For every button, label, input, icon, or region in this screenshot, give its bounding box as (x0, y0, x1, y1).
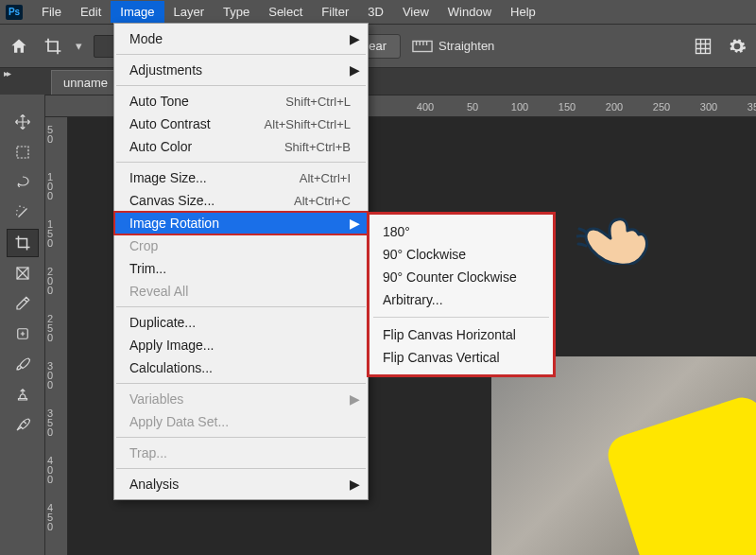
ruler-tick: 5 0 (47, 125, 53, 144)
submenu-item-flip-canvas-vertical[interactable]: Flip Canvas Vertical (369, 346, 553, 369)
crop-preset-icon[interactable] (42, 35, 64, 58)
ruler-tick: 350 (747, 101, 756, 113)
dropdown-chevron-icon[interactable]: ▾ (76, 39, 82, 53)
menu-type[interactable]: Type (214, 1, 259, 23)
menu-shortcut: Shift+Ctrl+B (284, 140, 351, 154)
menu-item-auto-contrast[interactable]: Auto ContrastAlt+Shift+Ctrl+L (114, 113, 368, 135)
menu-item-adjustments[interactable]: Adjustments▶ (114, 59, 368, 81)
menu-item-label: Calculations... (129, 360, 213, 375)
menu-separator (116, 162, 366, 163)
menu-select[interactable]: Select (259, 1, 312, 23)
menu-item-reveal-all: Reveal All (114, 280, 368, 303)
submenu-arrow-icon: ▶ (350, 391, 360, 407)
ruler-tick: 2 0 0 (47, 267, 53, 295)
menu-item-calculations[interactable]: Calculations... (114, 356, 368, 379)
menu-item-crop: Crop (114, 234, 368, 257)
menu-item-variables: Variables▶ (114, 388, 368, 410)
menu-filter[interactable]: Filter (312, 1, 358, 23)
toolbox (0, 95, 45, 555)
svg-rect-1 (696, 39, 711, 53)
submenu-item-90-clockwise[interactable]: 90° Clockwise (369, 243, 553, 266)
menu-help[interactable]: Help (501, 1, 545, 23)
menu-item-duplicate[interactable]: Duplicate... (114, 311, 368, 334)
menu-shortcut: Alt+Ctrl+I (300, 171, 351, 185)
menu-item-label: Auto Color (129, 139, 192, 154)
menu-item-label: Image Rotation (129, 216, 219, 231)
submenu-arrow-icon: ▶ (350, 216, 360, 231)
menu-item-label: Adjustments (129, 62, 202, 78)
menu-item-label: Analysis (129, 477, 179, 492)
menu-item-label: Trim... (129, 261, 166, 276)
menu-item-auto-color[interactable]: Auto ColorShift+Ctrl+B (114, 135, 368, 158)
brush-tool[interactable] (7, 350, 39, 378)
menu-view[interactable]: View (393, 1, 438, 23)
ruler-tick: 300 (700, 101, 717, 113)
menu-item-label: Reveal All (129, 284, 188, 299)
menu-item-apply-image[interactable]: Apply Image... (114, 334, 368, 356)
clone-stamp-tool[interactable] (7, 380, 39, 408)
image-rotation-submenu: 180°90° Clockwise90° Counter ClockwiseAr… (367, 212, 556, 377)
ruler-tick: 3 0 0 (47, 361, 53, 390)
menu-item-label: Variables (129, 391, 183, 407)
menu-window[interactable]: Window (438, 1, 501, 23)
submenu-item-90-counter-clockwise[interactable]: 90° Counter Clockwise (369, 266, 553, 288)
ruler-tick: 1 5 0 (47, 219, 53, 248)
ruler-tick: 250 (653, 101, 670, 113)
menu-separator (116, 437, 366, 438)
magic-wand-tool[interactable] (7, 199, 39, 227)
menu-item-trim[interactable]: Trim... (114, 257, 368, 280)
menu-separator (116, 85, 366, 86)
crop-tool[interactable] (7, 229, 39, 257)
menu-item-auto-tone[interactable]: Auto ToneShift+Ctrl+L (114, 90, 368, 113)
menu-item-image-rotation[interactable]: Image Rotation▶ (114, 212, 368, 234)
vertical-ruler: 5 01 0 01 5 02 0 02 5 03 0 03 5 04 0 04 … (45, 117, 68, 555)
menu-3d[interactable]: 3D (358, 1, 393, 23)
menu-edit[interactable]: Edit (71, 1, 111, 23)
menubar: Ps FileEditImageLayerTypeSelectFilter3DV… (0, 0, 756, 25)
straighten-button[interactable]: Straighten (412, 39, 494, 53)
menu-file[interactable]: File (32, 1, 71, 23)
history-brush-tool[interactable] (7, 410, 39, 439)
panel-toggle-chevron-icon[interactable]: ▸▸ (4, 68, 9, 78)
marquee-tool[interactable] (7, 138, 39, 166)
ruler-tick: 400 (417, 101, 434, 113)
ruler-tick: 3 5 0 (47, 408, 53, 437)
document-tab[interactable]: unname (51, 70, 120, 95)
move-tool[interactable] (7, 108, 39, 136)
grid-overlay-icon[interactable] (692, 35, 714, 58)
ruler-tick: 2 5 0 (47, 314, 53, 342)
menu-item-label: Crop (129, 238, 158, 253)
menu-item-mode[interactable]: Mode▶ (114, 27, 368, 50)
image-menu-dropdown: Mode▶Adjustments▶Auto ToneShift+Ctrl+LAu… (113, 23, 369, 500)
submenu-arrow-icon: ▶ (350, 62, 360, 78)
menu-shortcut: Alt+Shift+Ctrl+L (265, 117, 351, 131)
menu-item-label: Auto Tone (129, 94, 189, 109)
submenu-arrow-icon: ▶ (350, 31, 360, 46)
app-logo: Ps (6, 5, 23, 20)
menu-image[interactable]: Image (111, 1, 163, 23)
submenu-item-flip-canvas-horizontal[interactable]: Flip Canvas Horizontal (369, 323, 553, 346)
settings-gear-icon[interactable] (726, 35, 748, 58)
canvas-photo (491, 356, 756, 555)
menu-item-analysis[interactable]: Analysis▶ (114, 473, 368, 495)
menu-item-label: Duplicate... (129, 315, 196, 330)
ruler-tick: 50 (467, 101, 478, 113)
ruler-tick: 100 (511, 101, 528, 113)
svg-rect-2 (17, 147, 28, 158)
submenu-item-180[interactable]: 180° (369, 220, 553, 243)
menu-item-image-size[interactable]: Image Size...Alt+Ctrl+I (114, 166, 368, 189)
submenu-arrow-icon: ▶ (350, 477, 360, 492)
home-icon[interactable] (8, 35, 30, 58)
pointing-hand-icon (576, 199, 652, 265)
frame-tool[interactable] (7, 259, 39, 287)
healing-brush-tool[interactable] (7, 320, 39, 348)
menu-item-label: Auto Contrast (129, 116, 211, 131)
submenu-item-arbitrary[interactable]: Arbitrary... (369, 288, 553, 311)
menu-item-label: Mode (129, 31, 163, 46)
menu-separator (116, 306, 366, 307)
menu-layer[interactable]: Layer (164, 1, 215, 23)
menu-item-canvas-size[interactable]: Canvas Size...Alt+Ctrl+C (114, 189, 368, 212)
eyedropper-tool[interactable] (7, 289, 39, 318)
lasso-tool[interactable] (7, 168, 39, 197)
menu-shortcut: Alt+Ctrl+C (294, 194, 351, 208)
